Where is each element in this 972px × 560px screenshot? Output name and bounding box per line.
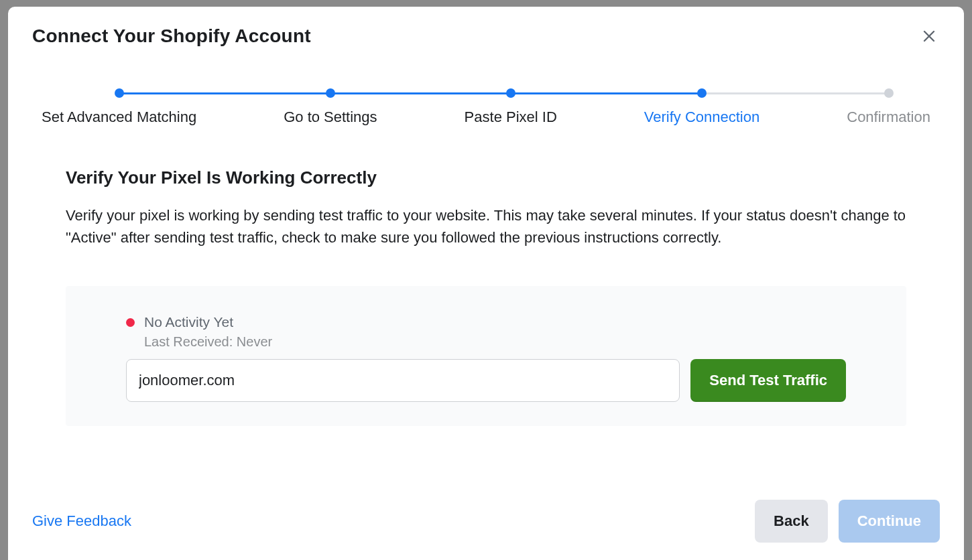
status-text: No Activity Yet (144, 314, 233, 330)
step-dot-icon (884, 88, 894, 98)
section-title: Verify Your Pixel Is Working Correctly (66, 167, 906, 188)
step-1: Set Advanced Matching (42, 88, 196, 126)
status-subtext: Last Received: Never (144, 334, 846, 350)
step-3: Paste Pixel ID (465, 88, 557, 126)
footer: Give Feedback Back Continue (32, 500, 940, 560)
send-test-traffic-button[interactable]: Send Test Traffic (690, 359, 846, 402)
footer-actions: Back Continue (755, 500, 940, 543)
step-dot-icon (115, 88, 124, 98)
modal-title: Connect Your Shopify Account (32, 25, 311, 47)
stepper: Set Advanced MatchingGo to SettingsPaste… (32, 47, 940, 126)
step-dot-icon (697, 88, 707, 98)
content: Verify Your Pixel Is Working Correctly V… (32, 126, 940, 500)
section-description: Verify your pixel is working by sending … (66, 204, 906, 249)
status-dot-icon (126, 318, 135, 327)
step-5: Confirmation (847, 88, 930, 126)
step-label: Paste Pixel ID (465, 109, 557, 126)
status-row: No Activity Yet (126, 314, 846, 330)
give-feedback-link[interactable]: Give Feedback (32, 512, 131, 530)
step-label: Go to Settings (284, 109, 377, 126)
close-icon[interactable] (918, 25, 940, 47)
step-label: Confirmation (847, 109, 930, 126)
modal-header: Connect Your Shopify Account (32, 25, 940, 47)
step-4: Verify Connection (644, 88, 760, 126)
step-dot-icon (506, 88, 515, 98)
step-2: Go to Settings (284, 88, 377, 126)
test-traffic-panel: No Activity Yet Last Received: Never Sen… (66, 286, 906, 426)
step-label: Verify Connection (644, 109, 760, 126)
back-button[interactable]: Back (755, 500, 828, 543)
url-input[interactable] (126, 359, 680, 402)
input-row: Send Test Traffic (126, 359, 846, 402)
step-dot-icon (326, 88, 335, 98)
step-label: Set Advanced Matching (42, 109, 196, 126)
modal: Connect Your Shopify Account Set Advance… (8, 7, 964, 560)
continue-button[interactable]: Continue (839, 500, 940, 543)
